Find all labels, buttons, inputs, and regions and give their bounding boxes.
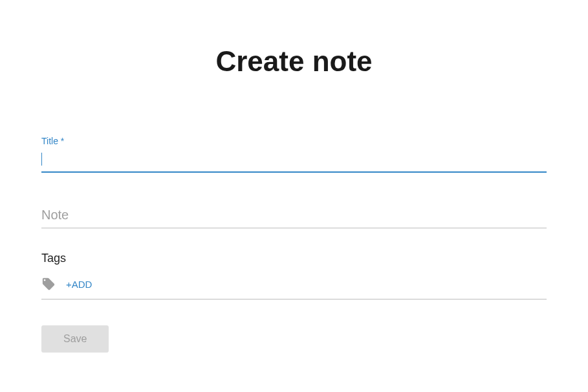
note-input[interactable] xyxy=(41,202,547,228)
title-field-group: Title * xyxy=(41,136,547,173)
add-tag-button[interactable]: +ADD xyxy=(66,279,92,290)
save-button[interactable]: Save xyxy=(41,325,109,353)
note-field-group: Note xyxy=(41,202,547,228)
tags-label: Tags xyxy=(41,252,547,265)
text-cursor xyxy=(41,153,42,166)
title-label: Title * xyxy=(41,136,547,146)
page-title: Create note xyxy=(41,45,547,78)
title-input[interactable] xyxy=(41,150,547,173)
tags-section: Tags +ADD xyxy=(41,252,547,299)
tags-row: +ADD xyxy=(41,277,547,299)
tag-icon xyxy=(41,277,56,291)
